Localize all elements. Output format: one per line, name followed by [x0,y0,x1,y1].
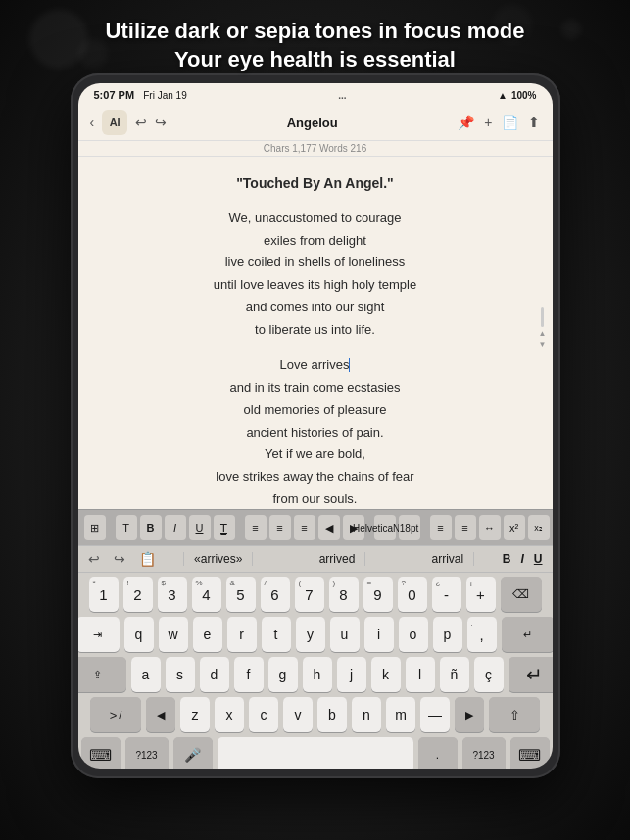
key-y[interactable]: y [296,617,325,652]
key-v[interactable]: v [283,697,313,732]
auto-bold-btn[interactable]: B [503,552,511,566]
key-r[interactable]: r [227,617,257,652]
scroll-up[interactable]: ▲ [539,329,547,338]
delete-key[interactable]: ⌫ [501,577,542,612]
key-n-tilde[interactable]: ñ [440,657,469,692]
keyboard-icon-key[interactable]: ⌨ [510,737,550,769]
key-plus[interactable]: ¡+ [466,577,496,612]
mic-key[interactable]: 🎤 [173,737,213,769]
format-subscript-btn[interactable]: x₂ [528,515,550,540]
key-5[interactable]: &5 [226,577,256,612]
format-list-btn[interactable]: ≡ [430,515,452,540]
format-size-btn[interactable]: 18pt [399,515,420,540]
key-4[interactable]: %4 [192,577,221,612]
suggestion-arrives[interactable]: «arrives» [183,552,253,566]
key-i[interactable]: i [364,617,394,652]
key-h[interactable]: h [303,657,332,692]
key-e[interactable]: e [193,617,222,652]
format-font-btn[interactable]: HelveticaNeue [374,515,396,540]
key-n[interactable]: n [352,697,381,732]
format-bold-btn[interactable]: B [140,515,162,540]
auto-underline-btn[interactable]: U [534,552,543,566]
key-tab[interactable]: ⇥ [78,617,120,652]
numbers-key-right[interactable]: ?123 [462,737,506,769]
autocomplete-left: ↩ ↪ 📋 [88,551,156,567]
numbers-key-left[interactable]: ?123 [125,737,169,769]
keyboard[interactable]: *1 !2 $3 %4 &5 /6 (7 )8 =9 ?0 ¿- ¡+ ⌫ ⇥ … [78,573,553,769]
emoji-key[interactable]: ⌨ [81,737,121,769]
redo-button[interactable]: ↪ [155,115,167,130]
period-key[interactable]: . [418,737,458,769]
stanza-1: We, unaccustomed to courage exiles from … [118,208,513,342]
key-j[interactable]: j [337,657,366,692]
format-arrow-left-btn[interactable]: ◀ [318,515,340,540]
key-0[interactable]: ?0 [398,577,427,612]
back-button[interactable]: ‹ [90,115,95,130]
share-button[interactable]: ⬆ [528,115,540,130]
caps-key[interactable]: ⇪ [78,657,126,692]
format-superscript-btn[interactable]: x² [504,515,525,540]
return-key-2[interactable]: ↵ [509,657,553,692]
key-x[interactable]: x [215,697,244,732]
status-right: ▲ 100% [498,90,536,101]
key-a[interactable]: a [131,657,161,692]
ai-button[interactable]: AI [102,110,127,135]
key-minus[interactable]: ¿- [432,577,461,612]
key-z[interactable]: z [180,697,210,732]
key-t[interactable]: t [262,617,291,652]
format-list2-btn[interactable]: ≡ [455,515,476,540]
key-9[interactable]: =9 [363,577,393,612]
key-6[interactable]: /6 [261,577,290,612]
key-d[interactable]: d [200,657,229,692]
doc-button[interactable]: 📄 [502,115,518,130]
key-o[interactable]: o [399,617,428,652]
format-align-justify-btn[interactable]: ≡ [294,515,315,540]
key-right-arrow[interactable]: ▶ [455,697,484,732]
format-align-center-btn[interactable]: ≡ [245,515,267,540]
key-c[interactable]: c [249,697,278,732]
auto-italic-btn[interactable]: I [520,552,523,566]
key-period-comma[interactable]: ., [467,617,497,652]
suggestion-arrival[interactable]: arrival [422,552,475,566]
key-1[interactable]: *1 [89,577,119,612]
add-button[interactable]: + [484,115,492,130]
key-f[interactable]: f [234,657,264,692]
scrollbar-thumb[interactable] [541,307,544,327]
format-underline-btn[interactable]: U [189,515,211,540]
key-7[interactable]: (7 [295,577,324,612]
key-q[interactable]: q [124,617,154,652]
key-w[interactable]: w [159,617,188,652]
scroll-down[interactable]: ▼ [539,340,547,349]
shift-key-right[interactable]: ⇧ [489,697,540,732]
key-8[interactable]: )8 [329,577,359,612]
undo-button[interactable]: ↩ [135,115,147,130]
key-p[interactable]: p [433,617,462,652]
key-s[interactable]: s [166,657,195,692]
document-content[interactable]: "Touched By An Angel." We, unaccustomed … [78,157,553,509]
key-b[interactable]: b [317,697,347,732]
format-strikethrough-btn[interactable]: T̲ [214,515,235,540]
undo-small-btn[interactable]: ↩ [88,551,100,567]
suggestion-arrived[interactable]: arrived [310,552,366,566]
return-key[interactable]: ↵ [502,617,553,652]
format-align-right-btn[interactable]: ≡ [269,515,291,540]
key-cedilla[interactable]: ç [474,657,504,692]
key-g[interactable]: g [268,657,298,692]
pin-button[interactable]: 📌 [458,115,474,130]
format-width-btn[interactable]: ↔ [479,515,501,540]
redo-small-btn[interactable]: ↪ [114,551,125,567]
key-2[interactable]: !2 [123,577,153,612]
format-italic-btn[interactable]: I [165,515,186,540]
format-grid-btn[interactable]: ⊞ [84,515,106,540]
shift-key[interactable]: >/ [90,697,141,732]
key-u[interactable]: u [330,617,360,652]
key-m[interactable]: m [386,697,415,732]
key-left-arrow[interactable]: ◀ [146,697,175,732]
space-key[interactable] [218,737,413,769]
key-dash[interactable]: — [420,697,450,732]
key-k[interactable]: k [371,657,401,692]
paste-btn[interactable]: 📋 [139,551,156,567]
format-text-btn[interactable]: T [116,515,137,540]
key-l[interactable]: l [406,657,435,692]
key-3[interactable]: $3 [158,577,187,612]
